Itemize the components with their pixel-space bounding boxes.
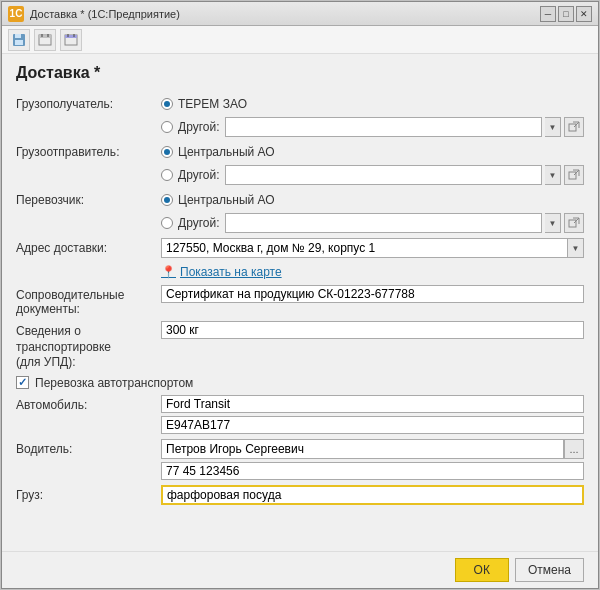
consignor-radio2[interactable] [161,169,173,181]
carrier-option2-row: Другой: ▼ [161,213,584,233]
consignor-option1-row: Центральный АО [161,142,584,162]
vehicle-controls [161,395,584,434]
driver-name-input[interactable] [161,439,564,459]
consignor-option1-label: Центральный АО [178,145,275,159]
carrier-other-input[interactable] [225,213,543,233]
toolbar-save-button[interactable] [8,29,30,51]
delivery-address-input[interactable] [161,238,568,258]
transport-info-controls [161,321,584,339]
delivery-address-controls: ▼ [161,238,584,258]
consignee-other-group: ▼ [225,117,585,137]
driver-license-input[interactable] [161,462,584,480]
ok-button[interactable]: ОК [455,558,509,582]
carrier-radio1[interactable] [161,194,173,206]
minimize-button[interactable]: ─ [540,6,556,22]
consignor-row: Грузоотправитель: Центральный АО Другой:… [16,142,584,185]
vehicle-label: Автомобиль: [16,395,161,412]
driver-controls: ... [161,439,584,480]
accompanying-docs-controls [161,285,584,303]
consignee-option2-label: Другой: [178,120,220,134]
consignee-option1-label: ТЕРЕМ ЗАО [178,97,247,111]
toolbar [2,26,598,54]
maximize-button[interactable]: □ [558,6,574,22]
accompanying-docs-input[interactable] [161,285,584,303]
consignor-link-btn[interactable] [564,165,584,185]
close-button[interactable]: ✕ [576,6,592,22]
transport-info-row: Сведения о транспортировке(для УПД): [16,321,584,371]
calendar2-icon [64,33,78,47]
accompanying-docs-row: Сопроводительные документы: [16,285,584,316]
svg-rect-4 [39,35,51,38]
svg-rect-11 [569,124,576,131]
save-icon [12,33,26,47]
carrier-controls: Центральный АО Другой: ▼ [161,190,584,233]
delivery-address-dropdown-btn[interactable]: ▼ [568,238,584,258]
titlebar-title: Доставка * (1С:Предприятие) [30,8,540,20]
consignee-option2-row: Другой: ▼ [161,117,584,137]
carrier-label: Перевозчик: [16,190,161,207]
carrier-option1-row: Центральный АО [161,190,584,210]
cancel-button[interactable]: Отмена [515,558,584,582]
transport-info-label: Сведения о транспортировке(для УПД): [16,321,161,371]
link-icon [568,121,580,133]
driver-name-group: ... [161,439,584,459]
svg-rect-1 [15,34,21,38]
toolbar-calendar-button[interactable] [34,29,56,51]
vehicle-row: Автомобиль: [16,395,584,434]
carrier-option2-label: Другой: [178,216,220,230]
auto-transport-checkbox[interactable] [16,376,29,389]
svg-rect-15 [569,220,576,227]
auto-transport-label: Перевозка автотранспортом [35,376,193,390]
carrier-option1-label: Центральный АО [178,193,275,207]
consignee-other-input[interactable] [225,117,543,137]
vehicle-plate-input[interactable] [161,416,584,434]
consignor-option2-label: Другой: [178,168,220,182]
carrier-link-btn[interactable] [564,213,584,233]
svg-rect-13 [569,172,576,179]
driver-ellipsis-btn[interactable]: ... [564,439,584,459]
consignor-label: Грузоотправитель: [16,142,161,159]
transport-info-input[interactable] [161,321,584,339]
consignee-dropdown-btn[interactable]: ▼ [545,117,561,137]
consignee-radio1[interactable] [161,98,173,110]
consignee-radio2[interactable] [161,121,173,133]
app-icon: 1С [8,6,24,22]
consignee-option1-row: ТЕРЕМ ЗАО [161,94,584,114]
consignee-link-btn[interactable] [564,117,584,137]
svg-rect-8 [65,35,77,38]
driver-row: Водитель: ... [16,439,584,480]
page-title: Доставка * [16,64,584,82]
form-content: Доставка * Грузополучатель: ТЕРЕМ ЗАО Др… [2,54,598,551]
consignor-other-input[interactable] [225,165,543,185]
carrier-other-group: ▼ [225,213,585,233]
cargo-controls [161,485,584,505]
vehicle-name-input[interactable] [161,395,584,413]
link-icon2 [568,169,580,181]
consignor-controls: Центральный АО Другой: ▼ [161,142,584,185]
show-on-map-link[interactable]: 📍 Показать на карте [161,265,584,279]
cargo-row: Груз: [16,485,584,507]
consignor-radio1[interactable] [161,146,173,158]
carrier-row: Перевозчик: Центральный АО Другой: ▼ [16,190,584,233]
delivery-address-label: Адрес доставки: [16,238,161,255]
show-on-map-label: Показать на карте [180,265,282,279]
footer: ОК Отмена [2,551,598,588]
consignee-row: Грузополучатель: ТЕРЕМ ЗАО Другой: ▼ [16,94,584,137]
titlebar: 1С Доставка * (1С:Предприятие) ─ □ ✕ [2,2,598,26]
link-icon3 [568,217,580,229]
consignor-dropdown-btn[interactable]: ▼ [545,165,561,185]
consignor-option2-row: Другой: ▼ [161,165,584,185]
calendar-icon [38,33,52,47]
consignee-label: Грузополучатель: [16,94,161,111]
consignor-other-group: ▼ [225,165,585,185]
auto-transport-row: Перевозка автотранспортом [16,376,584,390]
consignee-controls: ТЕРЕМ ЗАО Другой: ▼ [161,94,584,137]
driver-label: Водитель: [16,439,161,456]
svg-rect-2 [15,40,23,45]
cargo-input[interactable] [161,485,584,505]
toolbar-calendar2-button[interactable] [60,29,82,51]
carrier-dropdown-btn[interactable]: ▼ [545,213,561,233]
main-window: 1С Доставка * (1С:Предприятие) ─ □ ✕ [1,1,599,589]
carrier-radio2[interactable] [161,217,173,229]
accompanying-docs-label: Сопроводительные документы: [16,285,161,316]
